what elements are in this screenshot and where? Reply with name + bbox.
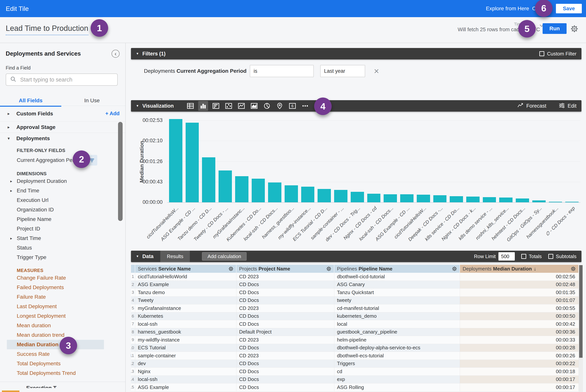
bar-2[interactable] <box>186 123 199 202</box>
bar-11[interactable] <box>334 190 347 202</box>
column-chart-icon[interactable] <box>198 101 208 111</box>
field-mean-duration[interactable]: Mean duration <box>0 321 125 330</box>
column-header-service-name[interactable]: ServicesService Name <box>135 265 236 273</box>
table-row-8[interactable]: 8harness_guestbookDefault Projectguestbo… <box>131 328 583 336</box>
filter-operator-select[interactable]: is <box>250 65 314 77</box>
field-failure-rate[interactable]: Failure Rate <box>0 292 125 302</box>
bar-22[interactable] <box>516 198 529 202</box>
caret-down-icon[interactable]: ▾ <box>7 136 16 141</box>
field-pipeline-name[interactable]: Pipeline Name <box>0 214 125 224</box>
bar-13[interactable] <box>367 194 381 202</box>
explore-from-here-link[interactable]: Explore from Here <box>486 0 529 17</box>
collapse-triangle-icon[interactable]: ▼ <box>136 52 139 56</box>
collapse-triangle-icon[interactable]: ▼ <box>136 104 139 108</box>
field-status[interactable]: Status <box>0 243 125 252</box>
collapse-sidebar-button[interactable]: ‹ <box>111 50 119 58</box>
bar-15[interactable] <box>400 194 414 202</box>
filter-value-select[interactable]: Last year <box>320 65 365 77</box>
caret-right-icon[interactable]: ▸ <box>7 125 16 130</box>
sidebar-group-approval-stage[interactable]: ▸ Approval Stage <box>0 122 125 133</box>
bar-10[interactable] <box>318 189 331 202</box>
pie-chart-icon[interactable] <box>262 101 272 111</box>
field-execution-url[interactable]: Execution Url <box>0 196 125 205</box>
table-row-14[interactable]: 14local-sshCD Docsexp00:00:17 <box>131 376 583 384</box>
table-row-3[interactable]: 3Tanzu demoCD DocsTanzu Quickstart00:01:… <box>131 288 583 296</box>
field-project-id[interactable]: Project ID <box>0 224 125 234</box>
scatterplot-icon[interactable] <box>224 101 234 111</box>
bar-20[interactable] <box>483 197 496 202</box>
bar-14[interactable] <box>384 194 397 202</box>
field-change-failure-rate[interactable]: Change Failure Rate <box>0 273 125 283</box>
bar-chart-icon[interactable] <box>211 101 221 111</box>
bar-25[interactable] <box>565 202 579 202</box>
remove-filter-icon[interactable]: × <box>374 67 379 76</box>
table-scrollbar[interactable] <box>579 265 583 392</box>
bar-19[interactable] <box>466 196 480 202</box>
gear-icon[interactable] <box>571 266 576 272</box>
bar-6[interactable] <box>252 179 265 202</box>
table-row-2[interactable]: 2ASG ExampleCD DocsASG Canary00:02:48 <box>131 281 583 289</box>
bar-7[interactable] <box>268 182 281 202</box>
table-row-6[interactable]: 6KubernetesCD Docskubernetes_demo00:00:5… <box>131 312 583 320</box>
custom-filter-checkbox[interactable] <box>539 51 544 56</box>
caret-right-icon[interactable]: ▸ <box>10 236 12 240</box>
subtotals-checkbox[interactable] <box>548 254 553 259</box>
map-pin-icon[interactable] <box>275 101 285 111</box>
field-deployment-duration[interactable]: ▸Deployment Duration <box>0 176 125 186</box>
caret-right-icon[interactable]: ▸ <box>7 111 16 116</box>
forecast-button[interactable]: Forecast <box>517 102 546 110</box>
totals-checkbox[interactable] <box>521 254 526 259</box>
table-row-4[interactable]: 4TweetyCD Docstweety00:01:07 <box>131 296 583 304</box>
gear-icon[interactable] <box>570 24 581 33</box>
tab-all-fields[interactable]: All Fields <box>0 96 61 105</box>
table-row-10[interactable]: 10ECS TutorialCD Docsdbothwell-deploy-al… <box>131 344 583 352</box>
field-end-time[interactable]: ▸End Time <box>0 186 125 196</box>
field-failed-deployments[interactable]: Failed Deployments <box>0 283 125 292</box>
field-trigger-type[interactable]: Trigger Type <box>0 252 125 262</box>
table-row-5[interactable]: 5myGrafanaInstanceCD 2023cd-manifest-tut… <box>131 304 583 312</box>
add-calculation-button[interactable]: Add calculation <box>202 252 247 260</box>
bar-23[interactable] <box>532 200 546 202</box>
single-value-icon[interactable]: 6 <box>287 101 297 111</box>
field-search-box[interactable] <box>6 74 118 86</box>
save-button[interactable]: Save <box>556 4 582 13</box>
bar-16[interactable] <box>417 195 430 202</box>
column-header-project-name[interactable]: ProjectsProject Name <box>236 265 334 273</box>
field-search-input[interactable] <box>20 76 111 83</box>
table-row-9[interactable]: 9my-wildfly-instanceCD 2023helm-pipeline… <box>131 336 583 344</box>
field-start-time[interactable]: ▸Start Time <box>0 234 125 243</box>
table-row-15[interactable]: 15ASG ExampleCD DocsASG Rolling00:00:17 <box>131 384 583 392</box>
bar-17[interactable] <box>433 195 447 202</box>
more-options-icon[interactable] <box>300 101 310 111</box>
line-chart-icon[interactable] <box>236 101 246 111</box>
run-button[interactable]: Run <box>543 23 567 34</box>
bar-18[interactable] <box>450 196 463 202</box>
column-header-pipeline-name[interactable]: PipelinesPipeline Name <box>334 265 460 273</box>
add-custom-field-link[interactable]: + Add <box>105 111 119 116</box>
bar-24[interactable] <box>549 202 562 202</box>
column-header-median-duration[interactable]: DeploymentsMedian Duration ↓ <box>460 265 579 273</box>
field-longest-deployment[interactable]: Longest Deployment <box>0 311 125 321</box>
caret-right-icon[interactable]: ▸ <box>10 179 12 184</box>
field-median-duration[interactable]: Median Duration <box>7 340 104 349</box>
sidebar-scrollbar[interactable] <box>118 122 123 221</box>
edit-visualization-button[interactable]: Edit <box>559 102 577 110</box>
table-row-11[interactable]: 11sample-containerCD 2023dbothwell-ecs-t… <box>131 352 583 360</box>
area-chart-icon[interactable] <box>249 101 259 111</box>
gear-icon[interactable] <box>326 266 332 272</box>
gear-icon[interactable] <box>228 266 234 272</box>
bar-12[interactable] <box>351 192 364 202</box>
caret-right-icon[interactable]: ▸ <box>10 188 12 193</box>
table-row-13[interactable]: 13NginxCD Docscd00:00:18 <box>131 368 583 376</box>
bar-8[interactable] <box>285 185 298 202</box>
field-last-deployment[interactable]: Last Deployment <box>0 302 125 311</box>
bar-21[interactable] <box>499 198 513 202</box>
field-mean-duration-trend[interactable]: Mean duration trend <box>0 330 125 340</box>
field-total-deployments-trend[interactable]: Total Deployments Trend <box>0 368 125 378</box>
bar-3[interactable] <box>202 157 215 202</box>
gear-icon[interactable] <box>452 266 457 272</box>
field-current-aggregation-period[interactable]: Current Aggregation Period <box>0 154 125 166</box>
results-tab[interactable]: Results <box>160 251 190 262</box>
bar-4[interactable] <box>219 170 232 202</box>
row-limit-input[interactable] <box>499 252 515 260</box>
